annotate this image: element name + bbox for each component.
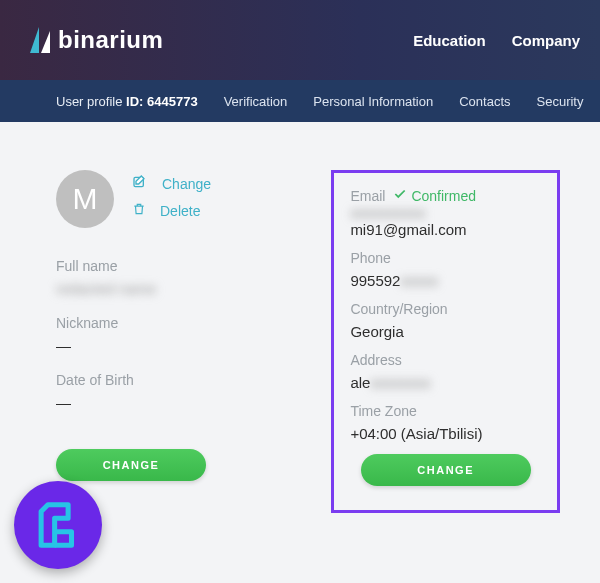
nav-education[interactable]: Education: [413, 32, 486, 49]
avatar-actions: Change Delete: [132, 170, 211, 220]
confirmed-label: Confirmed: [411, 188, 476, 204]
avatar-delete-label: Delete: [160, 203, 200, 219]
check-icon: [393, 187, 407, 204]
nav-company[interactable]: Company: [512, 32, 580, 49]
dob-value: —: [56, 394, 301, 411]
field-phone: Phone 995592xxxxx: [350, 250, 541, 289]
avatar: M: [56, 170, 114, 228]
phone-value: 995592xxxxx: [350, 272, 541, 289]
email-value: xxxxxxxxxxmi91@gmail.com: [350, 204, 541, 238]
tab-personal-information[interactable]: Personal Information: [313, 94, 433, 109]
contact-box: Email Confirmed xxxxxxxxxxmi91@gmail.com…: [331, 170, 560, 513]
svg-marker-1: [41, 31, 50, 53]
top-bar: binarium Education Company: [0, 0, 600, 80]
top-nav: Education Company: [413, 32, 580, 49]
left-column: M Change Delete Full name reda: [56, 170, 301, 481]
change-personal-button[interactable]: CHANGE: [56, 449, 206, 481]
phone-hidden-part: xxxxx: [400, 272, 438, 289]
avatar-initial: M: [73, 182, 98, 216]
profile-id: User profile ID: 6445773: [56, 94, 198, 109]
country-label: Country/Region: [350, 301, 541, 317]
nickname-value: —: [56, 337, 301, 354]
field-email: Email Confirmed xxxxxxxxxxmi91@gmail.com: [350, 187, 541, 238]
email-label: Email: [350, 188, 385, 204]
svg-marker-0: [30, 27, 39, 53]
field-country: Country/Region Georgia: [350, 301, 541, 340]
fullname-label: Full name: [56, 258, 301, 274]
phone-label: Phone: [350, 250, 541, 266]
edit-icon: [132, 174, 148, 193]
avatar-delete-button[interactable]: Delete: [132, 201, 211, 220]
tab-security[interactable]: Security: [537, 94, 584, 109]
address-label: Address: [350, 352, 541, 368]
nickname-label: Nickname: [56, 315, 301, 331]
email-visible-part: mi91@gmail.com: [350, 221, 466, 238]
fullname-value: redacted name: [56, 280, 301, 297]
field-address: Address alexxxxxxxx: [350, 352, 541, 391]
field-fullname: Full name redacted name: [56, 258, 301, 297]
trash-icon: [132, 201, 146, 220]
avatar-change-button[interactable]: Change: [132, 174, 211, 193]
brand: binarium: [30, 26, 163, 54]
avatar-row: M Change Delete: [56, 170, 301, 228]
timezone-value: +04:00 (Asia/Tbilisi): [350, 425, 541, 442]
address-hidden-part: xxxxxxxx: [370, 374, 430, 391]
profile-id-prefix: User profile: [56, 94, 126, 109]
country-value: Georgia: [350, 323, 541, 340]
brand-logo-icon: [30, 27, 50, 53]
profile-id-value: ID: 6445773: [126, 94, 198, 109]
tab-verification[interactable]: Verification: [224, 94, 288, 109]
change-contact-button[interactable]: CHANGE: [361, 454, 531, 486]
phone-visible-part: 995592: [350, 272, 400, 289]
brand-name: binarium: [58, 26, 163, 54]
floating-badge-icon[interactable]: [14, 481, 102, 569]
email-confirmed-badge: Confirmed: [393, 187, 476, 204]
address-value: alexxxxxxxx: [350, 374, 541, 391]
dob-label: Date of Birth: [56, 372, 301, 388]
timezone-label: Time Zone: [350, 403, 541, 419]
field-timezone: Time Zone +04:00 (Asia/Tbilisi): [350, 403, 541, 442]
field-nickname: Nickname —: [56, 315, 301, 354]
sub-nav: User profile ID: 6445773 Verification Pe…: [0, 80, 600, 122]
page-content: M Change Delete Full name reda: [0, 122, 600, 513]
field-dob: Date of Birth —: [56, 372, 301, 411]
email-hidden-part: xxxxxxxxxx: [350, 204, 425, 221]
avatar-change-label: Change: [162, 176, 211, 192]
address-visible-part: ale: [350, 374, 370, 391]
tab-contacts[interactable]: Contacts: [459, 94, 510, 109]
